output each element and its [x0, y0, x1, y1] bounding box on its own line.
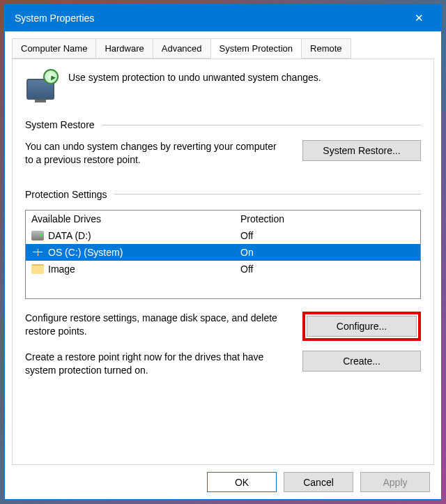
ok-button[interactable]: OK	[207, 472, 277, 492]
tab-area: Computer Name Hardware Advanced System P…	[5, 31, 441, 465]
create-description: Create a restore point right now for the…	[25, 351, 287, 377]
tab-advanced[interactable]: Advanced	[153, 38, 211, 59]
group-header-protection: Protection Settings	[25, 189, 107, 200]
drive-name: Image	[48, 264, 75, 275]
close-icon[interactable]: ✕	[406, 6, 431, 31]
intro-row: Use system protection to undo unwanted s…	[25, 69, 421, 102]
group-system-restore: System Restore You can undo system chang…	[25, 119, 421, 176]
system-properties-window: System Properties ✕ Computer Name Hardwa…	[4, 4, 442, 500]
drive-protection-status: Off	[235, 261, 420, 277]
window-title: System Properties	[15, 13, 94, 24]
drive-protection-status: Off	[235, 227, 420, 244]
group-protection-settings: Protection Settings Available Drives Pro…	[25, 189, 421, 387]
cancel-button[interactable]: Cancel	[284, 472, 353, 492]
divider	[102, 125, 421, 125]
drive-protection-status: On	[235, 244, 420, 261]
highlight-configure: Configure...	[302, 312, 421, 341]
tab-system-protection[interactable]: System Protection	[210, 38, 302, 59]
drive-list-header: Available Drives Protection	[26, 211, 420, 227]
win-icon	[31, 247, 44, 257]
intro-text: Use system protection to undo unwanted s…	[68, 69, 321, 83]
configure-button[interactable]: Configure...	[307, 316, 417, 337]
tab-hardware[interactable]: Hardware	[95, 38, 153, 59]
tab-content-system-protection: Use system protection to undo unwanted s…	[12, 59, 434, 465]
tab-remote[interactable]: Remote	[301, 38, 351, 59]
drive-row[interactable]: DATA (D:)Off	[26, 227, 420, 244]
tab-strip: Computer Name Hardware Advanced System P…	[12, 38, 434, 59]
drive-row[interactable]: OS (C:) (System)On	[26, 244, 420, 261]
dialog-footer: OK Cancel Apply	[5, 465, 441, 499]
col-available-drives: Available Drives	[26, 211, 235, 227]
divider	[114, 194, 421, 194]
col-protection: Protection	[235, 211, 420, 227]
create-button[interactable]: Create...	[302, 351, 421, 372]
configure-description: Configure restore settings, manage disk …	[25, 312, 287, 338]
hdd-icon	[31, 231, 44, 240]
group-header-restore: System Restore	[25, 119, 95, 130]
drive-list[interactable]: Available Drives Protection DATA (D:)Off…	[25, 210, 421, 299]
drive-name: OS (C:) (System)	[48, 247, 123, 258]
restore-description: You can undo system changes by reverting…	[25, 140, 287, 167]
drive-name: DATA (D:)	[48, 230, 91, 241]
title-bar[interactable]: System Properties ✕	[5, 5, 441, 31]
system-restore-button[interactable]: System Restore...	[302, 140, 421, 161]
system-restore-icon	[25, 69, 59, 102]
tab-computer-name[interactable]: Computer Name	[12, 38, 96, 59]
apply-button[interactable]: Apply	[360, 472, 430, 492]
folder-icon	[31, 264, 44, 274]
drive-row[interactable]: ImageOff	[26, 261, 420, 277]
